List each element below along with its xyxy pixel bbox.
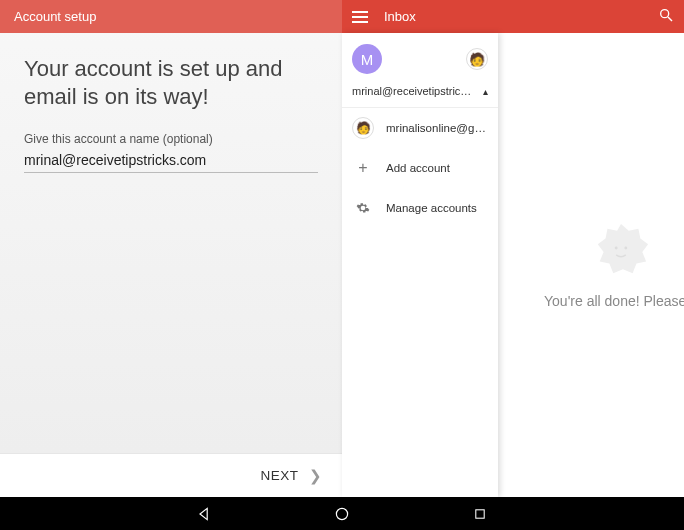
left-header-title: Account setup <box>14 9 96 24</box>
headline: Your account is set up and email is on i… <box>24 55 318 110</box>
drawer-header: M 🧑 <box>342 33 498 85</box>
empty-state-text: You're all done! Please e <box>544 293 684 309</box>
account-item[interactable]: 🧑 mrinalisonline@gmail.... <box>342 108 498 148</box>
current-account-email: mrinal@receivetipstricks... <box>352 85 472 97</box>
add-account-label: Add account <box>386 162 450 174</box>
search-icon[interactable] <box>658 7 674 26</box>
svg-point-3 <box>615 247 618 250</box>
inbox-empty-state: You're all done! Please e <box>498 33 684 497</box>
account-drawer: M 🧑 mrinal@receivetipstricks... ▴ 🧑 mrin… <box>342 33 498 497</box>
headline-line1: Your account is set up and <box>24 56 282 81</box>
current-account-avatar[interactable]: M <box>352 44 382 74</box>
account-setup-pane: Account setup Your account is set up and… <box>0 0 342 497</box>
current-account-row[interactable]: mrinal@receivetipstricks... ▴ <box>342 85 498 108</box>
sun-icon <box>592 221 650 279</box>
avatar-letter: M <box>361 51 374 68</box>
home-button[interactable] <box>333 505 351 523</box>
right-header: Inbox <box>342 0 684 33</box>
next-row: NEXT ❯ <box>0 453 342 497</box>
back-button[interactable] <box>195 505 213 523</box>
svg-point-4 <box>624 247 627 250</box>
add-account-item[interactable]: + Add account <box>342 148 498 188</box>
menu-icon[interactable] <box>352 11 368 23</box>
account-avatar-icon: 🧑 <box>352 117 374 139</box>
other-account-avatar[interactable]: 🧑 <box>466 48 488 70</box>
svg-point-0 <box>661 10 669 18</box>
svg-line-1 <box>668 17 672 21</box>
svg-marker-2 <box>598 224 648 273</box>
plus-icon: + <box>352 157 374 179</box>
manage-accounts-item[interactable]: Manage accounts <box>342 188 498 228</box>
chevron-up-icon: ▴ <box>483 86 488 97</box>
left-body: Your account is set up and email is on i… <box>0 33 342 453</box>
manage-accounts-label: Manage accounts <box>386 202 477 214</box>
recents-button[interactable] <box>471 505 489 523</box>
account-email: mrinalisonline@gmail.... <box>386 122 486 134</box>
next-button[interactable]: NEXT ❯ <box>260 467 322 485</box>
left-header: Account setup <box>0 0 342 33</box>
right-header-title: Inbox <box>384 9 658 24</box>
next-label: NEXT <box>260 468 298 483</box>
inbox-pane: Inbox M 🧑 mrinal@receivetipstricks... ▴ <box>342 0 684 497</box>
svg-rect-6 <box>476 509 484 517</box>
account-name-input[interactable] <box>24 146 318 173</box>
gear-icon <box>352 197 374 219</box>
svg-point-5 <box>336 508 347 519</box>
android-navbar <box>0 497 684 530</box>
headline-line2: email is on its way! <box>24 84 209 109</box>
chevron-right-icon: ❯ <box>309 467 323 485</box>
account-name-hint: Give this account a name (optional) <box>24 132 318 146</box>
